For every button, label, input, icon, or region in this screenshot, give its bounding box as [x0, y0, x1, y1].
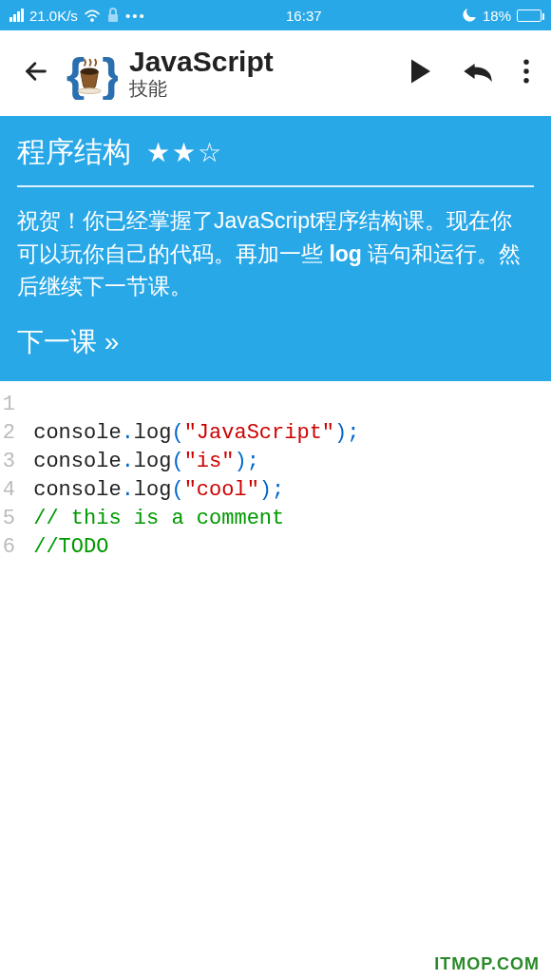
- lesson-panel: 程序结构 ★★☆ 祝贺！你已经掌握了JavaScript程序结构课。现在你可以玩…: [0, 116, 551, 381]
- reply-button[interactable]: [462, 59, 494, 87]
- signal-icon: [10, 9, 24, 22]
- code-line[interactable]: 2 console.log("JavaScript");: [0, 419, 551, 448]
- code-line[interactable]: 6 //TODO: [0, 533, 551, 562]
- app-title: JavaScript: [129, 46, 405, 78]
- lock-icon: [106, 8, 120, 23]
- status-time: 16:37: [286, 8, 322, 24]
- code-content[interactable]: console.log("is");: [21, 448, 259, 476]
- code-editor[interactable]: 12 console.log("JavaScript");3 console.l…: [0, 381, 551, 562]
- svg-rect-1: [108, 14, 118, 22]
- svg-point-0: [91, 18, 93, 20]
- more-button[interactable]: [522, 59, 530, 87]
- line-number: 2: [0, 419, 21, 448]
- back-button[interactable]: [13, 48, 59, 98]
- next-lesson-link[interactable]: 下一课 »: [17, 324, 119, 360]
- line-number: 1: [0, 391, 21, 419]
- line-number: 5: [0, 505, 21, 533]
- code-content[interactable]: console.log("cool");: [21, 476, 284, 505]
- app-logo: { }: [63, 45, 120, 102]
- line-number: 3: [0, 448, 21, 476]
- code-line[interactable]: 4 console.log("cool");: [0, 476, 551, 505]
- network-speed: 21.0K/s: [29, 8, 78, 24]
- wifi-icon: [84, 9, 101, 23]
- code-line[interactable]: 5 // this is a comment: [0, 505, 551, 533]
- code-line[interactable]: 1: [0, 391, 551, 419]
- app-subtitle: 技能: [129, 76, 405, 102]
- lesson-stars: ★★☆: [146, 137, 223, 168]
- code-content[interactable]: //TODO: [21, 533, 108, 562]
- app-bar: { } JavaScript 技能: [0, 30, 551, 116]
- svg-point-7: [523, 68, 528, 73]
- svg-point-5: [78, 88, 101, 94]
- line-number: 6: [0, 533, 21, 562]
- divider: [17, 185, 534, 187]
- moon-icon: [462, 8, 477, 23]
- code-content[interactable]: // this is a comment: [21, 505, 284, 533]
- lesson-description: 祝贺！你已经掌握了JavaScript程序结构课。现在你可以玩你自己的代码。再加…: [17, 204, 534, 303]
- dots-icon: •••: [125, 8, 146, 24]
- svg-text:}: }: [102, 48, 118, 100]
- svg-point-6: [523, 60, 528, 65]
- battery-icon: [517, 10, 542, 22]
- code-content[interactable]: console.log("JavaScript");: [21, 419, 359, 448]
- battery-percent: 18%: [483, 8, 511, 24]
- line-number: 4: [0, 476, 21, 505]
- watermark: ITMOP.COM: [434, 954, 540, 974]
- status-bar: 21.0K/s ••• 16:37 18%: [0, 0, 551, 30]
- code-line[interactable]: 3 console.log("is");: [0, 448, 551, 476]
- play-button[interactable]: [408, 57, 433, 89]
- svg-point-4: [81, 67, 99, 74]
- svg-point-8: [523, 78, 528, 83]
- lesson-title: 程序结构: [17, 133, 131, 172]
